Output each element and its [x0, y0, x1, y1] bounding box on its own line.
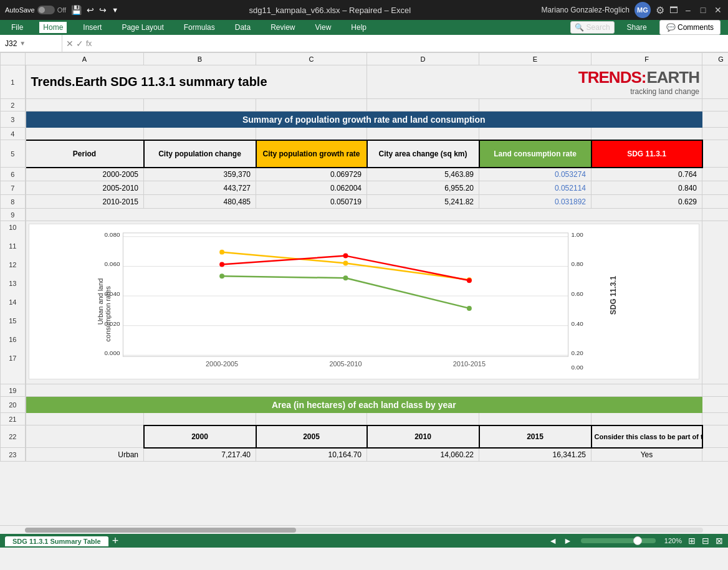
cell-b6[interactable]: 359,370 [144, 168, 256, 181]
insert-function-icon[interactable]: fx [86, 39, 92, 48]
cell-d4[interactable] [367, 128, 479, 140]
cell-g20[interactable] [702, 397, 729, 413]
tab-formulas[interactable]: Formulas [180, 22, 219, 33]
scrollbar-thumb[interactable] [25, 528, 296, 533]
horizontal-scrollbar[interactable] [0, 525, 728, 534]
cell-c2[interactable] [256, 99, 367, 112]
name-box[interactable]: J32 ▼ [0, 35, 62, 52]
tab-pagelayout[interactable]: Page Layout [118, 22, 167, 33]
cell-d5[interactable]: City area change (sq km) [367, 140, 479, 168]
cell-c6[interactable]: 0.069729 [256, 168, 367, 181]
tab-file[interactable]: File [7, 22, 27, 33]
cell-b5[interactable]: City population change [144, 140, 256, 168]
row-num-1[interactable]: 1 [1, 65, 26, 99]
cell-f7[interactable]: 0.840 [592, 181, 702, 195]
cell-c5[interactable]: City population growth rate [256, 140, 367, 168]
share-button[interactable]: Share [620, 21, 654, 34]
cell-row3-header[interactable]: Summary of population growth rate and la… [26, 112, 702, 128]
cell-f4[interactable] [592, 128, 702, 140]
row-num-6[interactable]: 6 [1, 168, 26, 181]
cell-g6[interactable] [702, 168, 729, 181]
cell-e8[interactable]: 0.031892 [479, 195, 592, 209]
cell-row20-header[interactable]: Area (in hectares) of each land class by… [26, 397, 702, 413]
page-break-icon[interactable]: ⊠ [716, 536, 723, 546]
dropdown-icon[interactable]: ▼ [112, 6, 118, 14]
tab-data[interactable]: Data [231, 22, 254, 33]
cell-g2[interactable] [702, 99, 729, 112]
tab-review[interactable]: Review [267, 22, 299, 33]
row-num-chart[interactable]: 10 11 12 13 14 15 16 17 [1, 221, 26, 384]
cell-c8[interactable]: 0.050719 [256, 195, 367, 209]
row-num-23[interactable]: 23 [1, 448, 26, 462]
cell-b4[interactable] [144, 128, 256, 140]
cell-g21[interactable] [702, 413, 729, 425]
save-icon[interactable]: 💾 [71, 5, 82, 15]
tab-home[interactable]: Home [39, 22, 67, 33]
cell-g5[interactable] [702, 140, 729, 168]
cell-d7[interactable]: 6,955.20 [367, 181, 479, 195]
cell-d2[interactable] [367, 99, 479, 112]
col-header-b[interactable]: B [144, 53, 256, 65]
cell-g23[interactable] [702, 448, 729, 462]
zoom-slider[interactable] [581, 538, 656, 543]
confirm-formula-icon[interactable]: ✓ [76, 39, 84, 49]
col-header-f[interactable]: F [592, 53, 702, 65]
cell-c4[interactable] [256, 128, 367, 140]
cell-f6[interactable]: 0.764 [592, 168, 702, 181]
maximize-button[interactable]: □ [698, 5, 708, 15]
col-header-e[interactable]: E [479, 53, 592, 65]
cell-g-chart[interactable] [702, 221, 729, 384]
cell-b2[interactable] [144, 99, 256, 112]
row-num-7[interactable]: 7 [1, 181, 26, 195]
row-num-20[interactable]: 20 [1, 397, 26, 413]
cell-c21[interactable] [256, 413, 367, 425]
cell-g8[interactable] [702, 195, 729, 209]
cell-e4[interactable] [479, 128, 592, 140]
row-num-3[interactable]: 3 [1, 112, 26, 128]
cell-b8[interactable]: 480,485 [144, 195, 256, 209]
row-num-8[interactable]: 8 [1, 195, 26, 209]
cell-f8[interactable]: 0.629 [592, 195, 702, 209]
cell-g19[interactable] [702, 384, 729, 397]
cell-a6[interactable]: 2000-2005 [26, 168, 144, 181]
cell-a1[interactable]: Trends.Earth SDG 11.3.1 summary table [26, 65, 367, 99]
page-view-icon[interactable]: ⊟ [702, 536, 709, 546]
cell-d21[interactable] [367, 413, 479, 425]
col-header-g[interactable]: G [702, 53, 729, 65]
cell-a23[interactable]: Urban [26, 448, 144, 462]
undo-icon[interactable]: ↩ [87, 5, 94, 15]
cell-g22[interactable] [702, 425, 729, 448]
cell-e2[interactable] [479, 99, 592, 112]
cell-a2[interactable] [26, 99, 144, 112]
cell-d22[interactable]: 2010 [367, 425, 479, 448]
formula-input[interactable] [95, 35, 728, 52]
active-sheet-tab[interactable]: SDG 11.3.1 Summary Table [5, 536, 108, 546]
row-num-5[interactable]: 5 [1, 140, 26, 168]
tab-view[interactable]: View [312, 22, 335, 33]
cell-g9[interactable] [702, 209, 729, 221]
ribbon-toggle-icon[interactable]: 🗖 [669, 5, 678, 15]
cell-a8[interactable]: 2010-2015 [26, 195, 144, 209]
close-button[interactable]: ✕ [713, 5, 723, 15]
zoom-thumb[interactable] [633, 536, 642, 545]
scroll-right-icon[interactable]: ► [563, 536, 572, 546]
cell-g7[interactable] [702, 181, 729, 195]
search-box[interactable]: 🔍 Search [570, 21, 615, 34]
cell-c22[interactable]: 2005 [256, 425, 367, 448]
tab-help[interactable]: Help [347, 22, 370, 33]
autosave-toggle[interactable] [37, 6, 55, 14]
cell-f5[interactable]: SDG 11.3.1 [592, 140, 702, 168]
cell-a21[interactable] [26, 413, 144, 425]
cell-f23[interactable]: Yes [592, 448, 702, 462]
col-header-c[interactable]: C [256, 53, 367, 65]
cell-c23[interactable]: 10,164.70 [256, 448, 367, 462]
cell-b22[interactable]: 2000 [144, 425, 256, 448]
cell-e5[interactable]: Land consumption rate [479, 140, 592, 168]
cell-f2[interactable] [592, 99, 702, 112]
cell-e6[interactable]: 0.053274 [479, 168, 592, 181]
cell-a4[interactable] [26, 128, 144, 140]
cell-f21[interactable] [592, 413, 702, 425]
cell-f22[interactable]: Consider this class to be part of the ci… [592, 425, 702, 448]
cell-b23[interactable]: 7,217.40 [144, 448, 256, 462]
cell-a22[interactable] [26, 425, 144, 448]
